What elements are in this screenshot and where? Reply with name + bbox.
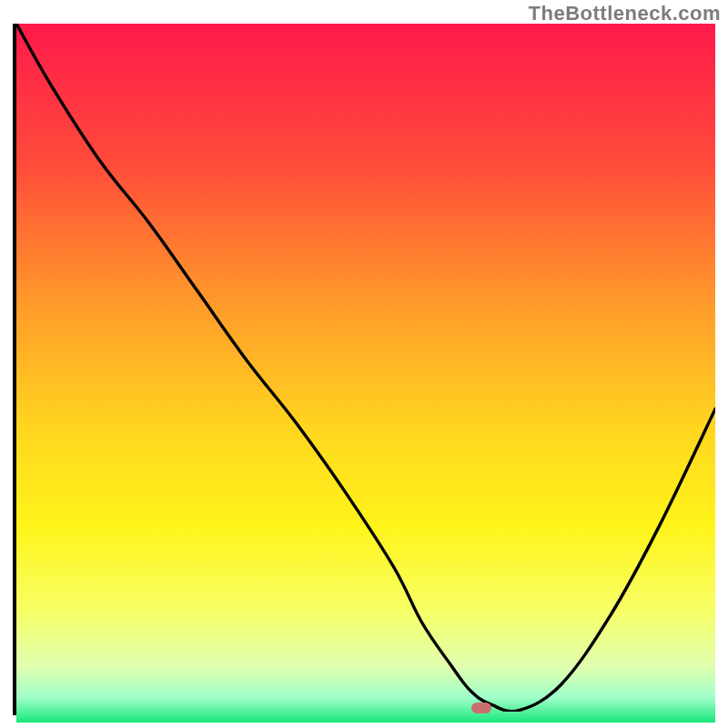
plot-frame <box>13 24 715 715</box>
bottleneck-curve <box>16 24 715 712</box>
curve-layer <box>16 24 715 712</box>
watermark-text: TheBottleneck.com <box>529 2 721 25</box>
optimal-point-marker <box>471 703 491 713</box>
chart-stage: TheBottleneck.com <box>0 0 728 728</box>
